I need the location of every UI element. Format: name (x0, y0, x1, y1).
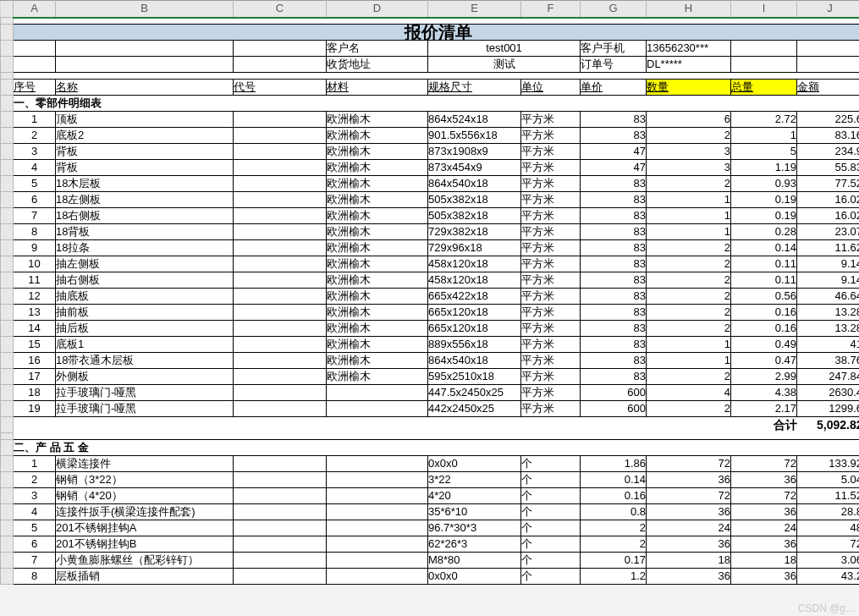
cell-price[interactable]: 83 (581, 272, 647, 289)
cell-amount[interactable]: 41 (797, 337, 860, 353)
cell-total-qty[interactable]: 0.14 (731, 240, 797, 256)
cell-spec[interactable]: 901.5x556x18 (428, 128, 521, 144)
cell-material[interactable]: 欧洲榆木 (327, 240, 428, 256)
cell-total-qty[interactable]: 4.38 (731, 385, 797, 401)
cell-qty[interactable]: 1 (647, 337, 731, 353)
cell-seq[interactable]: 9 (14, 240, 56, 256)
spreadsheet[interactable]: A B C D E F G H I J 报价清单 客户名 test001 客户手… (0, 0, 859, 585)
cell-amount[interactable]: 5.04 (797, 471, 860, 487)
cell-spec[interactable]: 729x382x18 (428, 224, 521, 240)
cell-qty[interactable]: 1 (647, 208, 731, 224)
order-no-label[interactable]: 订单号 (581, 57, 647, 73)
row-header[interactable] (1, 487, 14, 503)
hdr-unit[interactable]: 单位 (521, 80, 581, 96)
cell-material[interactable]: 欧洲榆木 (327, 272, 428, 289)
cell-seq[interactable]: 18 (14, 385, 56, 401)
row-header[interactable] (1, 41, 14, 57)
cell-unit[interactable]: 个 (521, 536, 581, 552)
cell-price[interactable]: 83 (581, 256, 647, 272)
cell-qty[interactable]: 2 (647, 240, 731, 256)
col-J[interactable]: J (797, 1, 860, 18)
cell-qty[interactable]: 1 (647, 353, 731, 369)
row-header[interactable] (1, 208, 14, 224)
cell-qty[interactable]: 4 (647, 385, 731, 401)
cell-spec[interactable]: 4*20 (428, 487, 521, 503)
cell-unit[interactable]: 平方米 (521, 401, 581, 417)
cell-qty[interactable]: 24 (647, 520, 731, 536)
cell-amount[interactable]: 16.02 (797, 192, 860, 208)
row-header[interactable] (1, 321, 14, 337)
cell-price[interactable]: 0.8 (581, 503, 647, 520)
cell-unit[interactable]: 平方米 (521, 208, 581, 224)
cell-seq[interactable]: 6 (14, 192, 56, 208)
cell-seq[interactable]: 6 (14, 536, 56, 552)
cell-spec[interactable]: 458x120x18 (428, 256, 521, 272)
cell-seq[interactable]: 11 (14, 272, 56, 289)
hdr-total-qty[interactable]: 总量 (731, 80, 797, 96)
cell-name[interactable]: 背板 (56, 160, 234, 176)
cell-price[interactable]: 83 (581, 369, 647, 385)
customer-phone-label[interactable]: 客户手机 (581, 41, 647, 57)
cell-name[interactable]: 底板1 (56, 337, 234, 353)
cell-total-qty[interactable]: 1.19 (731, 160, 797, 176)
cell-name[interactable]: 横梁连接件 (56, 455, 234, 471)
cell-code[interactable] (234, 520, 327, 536)
cell-amount[interactable]: 77.52 (797, 176, 860, 192)
cell-unit[interactable]: 平方米 (521, 112, 581, 128)
row-header[interactable] (1, 272, 14, 289)
cell-spec[interactable]: 0x0x0 (428, 455, 521, 471)
cell-amount[interactable]: 11.52 (797, 487, 860, 503)
cell-seq[interactable]: 3 (14, 487, 56, 503)
cell-amount[interactable]: 247.84 (797, 369, 860, 385)
cell-material[interactable] (327, 385, 428, 401)
cell-spec[interactable]: 873x1908x9 (428, 144, 521, 160)
row-header[interactable] (1, 112, 14, 128)
cell-seq[interactable]: 8 (14, 224, 56, 240)
cell-total-qty[interactable]: 36 (731, 471, 797, 487)
cell-seq[interactable]: 19 (14, 401, 56, 417)
cell-spec[interactable]: 665x422x18 (428, 289, 521, 305)
cell-material[interactable] (327, 455, 428, 471)
cell-code[interactable] (234, 337, 327, 353)
cell-price[interactable]: 1.2 (581, 568, 647, 584)
cell-total-qty[interactable]: 0.19 (731, 208, 797, 224)
hdr-code[interactable]: 代号 (234, 80, 327, 96)
cell-code[interactable] (234, 144, 327, 160)
cell-material[interactable] (327, 552, 428, 568)
cell-total-qty[interactable]: 0.56 (731, 289, 797, 305)
cell-code[interactable] (234, 240, 327, 256)
cell-material[interactable]: 欧洲榆木 (327, 128, 428, 144)
cell-unit[interactable]: 平方米 (521, 224, 581, 240)
cell-price[interactable]: 47 (581, 160, 647, 176)
cell-price[interactable]: 0.14 (581, 471, 647, 487)
cell-seq[interactable]: 4 (14, 160, 56, 176)
cell-spec[interactable]: 873x454x9 (428, 160, 521, 176)
cell-total-qty[interactable]: 36 (731, 503, 797, 520)
order-no-value[interactable]: DL***** (647, 57, 731, 73)
col-I[interactable]: I (731, 1, 797, 18)
cell-spec[interactable]: 0x0x0 (428, 568, 521, 584)
cell-code[interactable] (234, 568, 327, 584)
cell-total-qty[interactable]: 0.47 (731, 353, 797, 369)
section1-sum-label[interactable]: 合计 (731, 417, 797, 433)
cell-material[interactable]: 欧洲榆木 (327, 160, 428, 176)
row-header[interactable] (1, 289, 14, 305)
cell-seq[interactable]: 1 (14, 112, 56, 128)
cell-unit[interactable]: 个 (521, 503, 581, 520)
cell-unit[interactable]: 个 (521, 471, 581, 487)
cell-total-qty[interactable]: 0.11 (731, 256, 797, 272)
cell-qty[interactable]: 36 (647, 536, 731, 552)
cell-code[interactable] (234, 552, 327, 568)
col-H[interactable]: H (647, 1, 731, 18)
row-header[interactable] (1, 160, 14, 176)
cell-spec[interactable]: 35*6*10 (428, 503, 521, 520)
cell-name[interactable]: 18带衣通木层板 (56, 353, 234, 369)
cell-name[interactable]: 抽右侧板 (56, 272, 234, 289)
cell-amount[interactable]: 16.02 (797, 208, 860, 224)
cell-spec[interactable]: 665x120x18 (428, 305, 521, 321)
cell-total-qty[interactable]: 36 (731, 536, 797, 552)
col-G[interactable]: G (581, 1, 647, 18)
cell-name[interactable]: 小黄鱼膨胀螺丝（配彩锌钉） (56, 552, 234, 568)
row-header[interactable] (1, 353, 14, 369)
cell-total-qty[interactable]: 0.16 (731, 321, 797, 337)
